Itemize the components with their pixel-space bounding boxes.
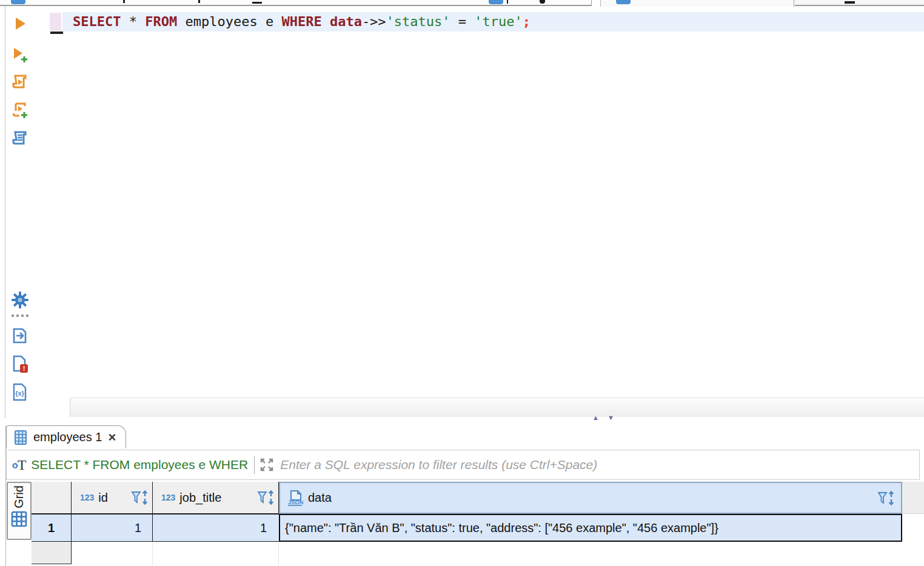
file-icon	[489, 0, 503, 4]
file-icon	[616, 0, 631, 4]
sql-keyword: FROM	[145, 14, 177, 29]
column-header-job-title[interactable]: 123 job_title	[153, 482, 279, 514]
column-header-id[interactable]: 123 id	[72, 482, 153, 514]
sql-keyword: data	[330, 14, 362, 29]
execute-statement-icon[interactable]	[10, 13, 30, 34]
cell-data-focused[interactable]: {"name": "Trần Văn B", "status": true, "…	[279, 514, 902, 542]
presentation-tab-grid[interactable]: Grid	[7, 482, 32, 540]
cell-id[interactable]: 1	[72, 514, 153, 542]
variables-icon[interactable]: {x}	[10, 382, 30, 402]
editor-horizontal-scrollbar[interactable]	[70, 398, 924, 417]
tab-text-fragment	[198, 0, 200, 3]
file-icon	[11, 0, 25, 4]
empty-row-number-cell[interactable]	[32, 542, 72, 564]
explain-plan-icon[interactable]	[10, 128, 30, 149]
drag-dots-icon[interactable]	[10, 311, 30, 320]
empty-cell[interactable]	[153, 542, 279, 566]
tab-text-fragment	[123, 0, 125, 3]
sql-text	[121, 14, 129, 29]
sql-string: 'true'	[474, 14, 522, 29]
column-label: id	[98, 491, 108, 505]
svg-text:{x}: {x}	[15, 390, 24, 397]
sql-keyword: WHERE	[281, 14, 321, 29]
sql-keyword: SELECT	[73, 14, 121, 29]
tab-text-fragment	[845, 1, 855, 4]
table-grid-icon	[14, 430, 27, 445]
settings-gear-icon[interactable]	[10, 290, 30, 310]
close-icon[interactable]: ×	[108, 431, 116, 444]
grid-header-corner	[902, 482, 924, 514]
column-label: job_title	[179, 491, 221, 505]
sql-operator: ->>	[362, 14, 386, 29]
execute-script-icon[interactable]	[10, 72, 30, 93]
empty-cell[interactable]	[72, 542, 153, 566]
tab-text-fragment	[252, 2, 262, 4]
svg-text:JSON: JSON	[288, 499, 303, 505]
sql-statement-line[interactable]: SELECT * FROM employees e WHERE data->>'…	[62, 12, 924, 32]
sql-semicolon: ;	[523, 14, 531, 29]
empty-cell[interactable]	[279, 542, 902, 566]
sql-string: 'status'	[386, 14, 450, 29]
editor-tab-strip	[0, 0, 924, 7]
row-number-cell[interactable]: 1	[32, 514, 72, 542]
ruler-current-line-marker	[50, 13, 61, 31]
sql-editor-toolbar: ! {x}	[7, 8, 35, 408]
maximize-editor-arrow[interactable]: ▲	[592, 413, 599, 423]
sql-text	[322, 14, 330, 29]
sql-text: *	[129, 14, 137, 29]
filter-sort-icon[interactable]	[130, 490, 150, 505]
column-label: data	[308, 491, 332, 505]
filter-expression-input[interactable]	[280, 458, 913, 472]
filter-sort-icon[interactable]	[256, 490, 276, 505]
results-tab-label: employees 1	[33, 430, 102, 444]
cell-job-title[interactable]: 1	[153, 514, 279, 542]
presentation-tab-label: Grid	[12, 485, 26, 508]
text-cursor	[50, 32, 63, 34]
results-tab-employees-1[interactable]: employees 1 ×	[6, 425, 126, 448]
grid-icon	[11, 511, 27, 527]
numeric-type-icon: 123	[161, 493, 175, 502]
problems-icon[interactable]: !	[10, 354, 30, 375]
applied-filter-text[interactable]: SELECT * FROM employees e WHER	[31, 458, 248, 472]
tab-text-fragment	[507, 0, 508, 4]
expand-filter-icon[interactable]	[259, 458, 274, 472]
execute-in-new-tab-icon[interactable]	[10, 45, 30, 65]
results-filter-bar: ‹›T SELECT * FROM employees e WHER	[6, 450, 920, 480]
numeric-type-icon: 123	[80, 493, 94, 502]
toolbar-divider	[5, 7, 5, 418]
output-icon[interactable]	[10, 326, 30, 347]
sql-text: employees e	[177, 14, 281, 29]
column-header-data[interactable]: JSON data	[279, 482, 902, 514]
sql-operator: =	[450, 14, 475, 29]
editor-tab-strip-right	[795, 0, 924, 6]
execute-script-new-tab-icon[interactable]	[10, 101, 30, 121]
panel-splitter-controls: ▲ ▼	[582, 413, 624, 423]
filter-separator	[254, 456, 255, 474]
sql-text	[137, 14, 145, 29]
row-number-column-header[interactable]	[32, 482, 72, 514]
sql-text-icon[interactable]: ‹›T	[12, 457, 26, 473]
dbeaver-sql-editor-window: ! {x} SELECT * FROM employees e WHERE da…	[0, 0, 924, 566]
filter-sort-icon[interactable]	[877, 490, 896, 506]
svg-text:!: !	[23, 365, 25, 372]
maximize-results-arrow[interactable]: ▼	[608, 413, 614, 423]
json-type-icon: JSON	[287, 490, 303, 507]
